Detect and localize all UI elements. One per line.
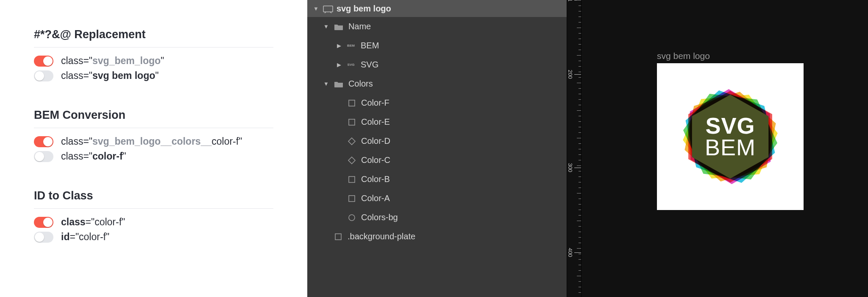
tree-item-color[interactable]: Color-A xyxy=(307,189,567,208)
tree-item-color[interactable]: Color-B xyxy=(307,170,567,189)
tree-folder-name[interactable]: Name xyxy=(307,17,567,36)
svg-rect-1 xyxy=(349,100,355,106)
toggle-idclass-off[interactable] xyxy=(34,232,53,243)
label-val: color-f xyxy=(95,216,122,227)
tree-item-label: Color-F xyxy=(361,98,389,108)
tree-item-label: BEM xyxy=(361,41,379,50)
option-row: class="svg bem logo" xyxy=(34,70,273,81)
svg-rect-2 xyxy=(349,119,355,125)
disclosure-triangle-icon[interactable] xyxy=(323,23,329,30)
toggle-bem-off[interactable] xyxy=(34,151,53,162)
label-suffix: " xyxy=(161,55,164,66)
disclosure-triangle-icon[interactable] xyxy=(323,81,329,87)
tree-item-label: SVG xyxy=(361,60,378,70)
label-suffix: " xyxy=(239,136,242,147)
toggle-replacement-off[interactable] xyxy=(34,70,53,81)
tree-folder-colors[interactable]: Colors xyxy=(307,74,567,93)
tree-item-svg[interactable]: SVG SVG xyxy=(307,55,567,74)
label-suffix: " xyxy=(155,70,159,81)
tree-item-label: Color-B xyxy=(361,174,390,184)
shape-layer-icon xyxy=(348,156,356,165)
option-label: class="svg_bem_logo__colors__color-f" xyxy=(61,136,242,147)
option-label: id="color-f" xyxy=(61,231,109,243)
label-tail: color-f xyxy=(211,136,239,147)
canvas-area[interactable]: svg bem logo SVG BEM xyxy=(581,0,868,297)
svg-rect-6 xyxy=(349,196,355,202)
label-attr: class xyxy=(61,216,86,227)
shape-layer-icon xyxy=(348,194,356,203)
shape-layer-icon xyxy=(348,118,356,126)
shape-layer-icon xyxy=(348,175,356,184)
svg-rect-0 xyxy=(323,6,333,12)
artboard[interactable]: SVG BEM xyxy=(657,63,804,210)
tree-item-color[interactable]: Color-D xyxy=(307,132,567,151)
ruler-label: 400 xyxy=(567,248,573,257)
toggle-replacement-on[interactable] xyxy=(34,56,53,67)
divider xyxy=(34,128,273,128)
tree-root-label: svg bem logo xyxy=(337,4,391,14)
tree-item-label: Colors-bg xyxy=(361,213,398,222)
label-dim: svg_bem_logo xyxy=(92,55,161,66)
option-row: class="svg_bem_logo" xyxy=(34,55,273,67)
artboard-icon xyxy=(323,5,332,12)
label-suffix: " xyxy=(122,216,125,227)
svg-rect-5 xyxy=(349,177,355,182)
folder-icon xyxy=(334,23,343,31)
tree-item-bgplate[interactable]: .background-plate xyxy=(307,227,567,246)
svg-point-7 xyxy=(349,215,355,221)
section-title-replacement: #*?&@ Replacement xyxy=(34,28,273,41)
label-strong: svg bem logo xyxy=(92,70,155,81)
toggle-bem-on[interactable] xyxy=(34,136,53,147)
shape-layer-icon xyxy=(348,137,356,146)
toggle-idclass-on[interactable] xyxy=(34,217,53,228)
option-row: class="color-f" xyxy=(34,151,273,162)
label-suffix: " xyxy=(106,231,109,242)
tree-item-label: Color-A xyxy=(361,193,390,203)
tree-item-label: Color-D xyxy=(361,136,390,146)
shape-layer-icon xyxy=(348,213,356,222)
ruler-label: 300 xyxy=(567,163,573,172)
layers-panel: svg bem logo Name BEM BEM SVG SVG Colors… xyxy=(307,0,567,297)
tree-item-label: Color-E xyxy=(361,117,390,127)
disclosure-triangle-icon[interactable] xyxy=(313,6,319,12)
tree-folder-label: Name xyxy=(348,22,371,31)
tree-folder-label: Colors xyxy=(348,79,373,89)
shape-layer-icon xyxy=(334,233,342,241)
label-eq: =" xyxy=(70,231,79,242)
section-title-idclass: ID to Class xyxy=(34,189,273,202)
label-prefix: class=" xyxy=(61,70,92,81)
label-prefix: class=" xyxy=(61,151,92,162)
label-dim: svg_bem_logo__colors__ xyxy=(92,136,211,147)
svg-marker-4 xyxy=(348,157,355,164)
disclosure-triangle-icon[interactable] xyxy=(337,62,341,68)
label-prefix: class=" xyxy=(61,55,92,66)
tree-item-bem[interactable]: BEM BEM xyxy=(307,36,567,55)
section-title-bem: BEM Conversion xyxy=(34,109,273,122)
layer-badge-icon: SVG xyxy=(346,63,356,67)
ruler-label: 1 xyxy=(567,0,573,2)
option-label: class="color-f" xyxy=(61,216,125,228)
tree-item-color[interactable]: Color-F xyxy=(307,93,567,112)
option-row: class="color-f" xyxy=(34,216,273,228)
tree-item-label: Color-C xyxy=(361,155,390,165)
disclosure-triangle-icon[interactable] xyxy=(337,42,341,49)
folder-icon xyxy=(334,80,343,88)
tree-item-color[interactable]: Color-C xyxy=(307,151,567,170)
tree-root[interactable]: svg bem logo xyxy=(307,0,567,17)
logo-text-svg: SVG xyxy=(705,115,755,137)
artboard-title[interactable]: svg bem logo xyxy=(657,51,710,61)
tree-item-color[interactable]: Colors-bg xyxy=(307,208,567,227)
label-strong: color-f xyxy=(92,151,123,162)
logo: SVG BEM xyxy=(657,63,804,210)
svg-marker-3 xyxy=(348,138,355,145)
tree-item-color[interactable]: Color-E xyxy=(307,112,567,132)
label-eq: =" xyxy=(86,216,95,227)
shape-layer-icon xyxy=(348,99,356,107)
option-label: class="svg bem logo" xyxy=(61,70,159,81)
divider xyxy=(34,47,273,48)
label-prefix: class=" xyxy=(61,136,92,147)
vertical-ruler: 1200300400 xyxy=(567,0,581,297)
option-row: class="svg_bem_logo__colors__color-f" xyxy=(34,136,273,147)
ruler-label: 200 xyxy=(567,70,573,79)
logo-text-bem: BEM xyxy=(705,137,756,158)
